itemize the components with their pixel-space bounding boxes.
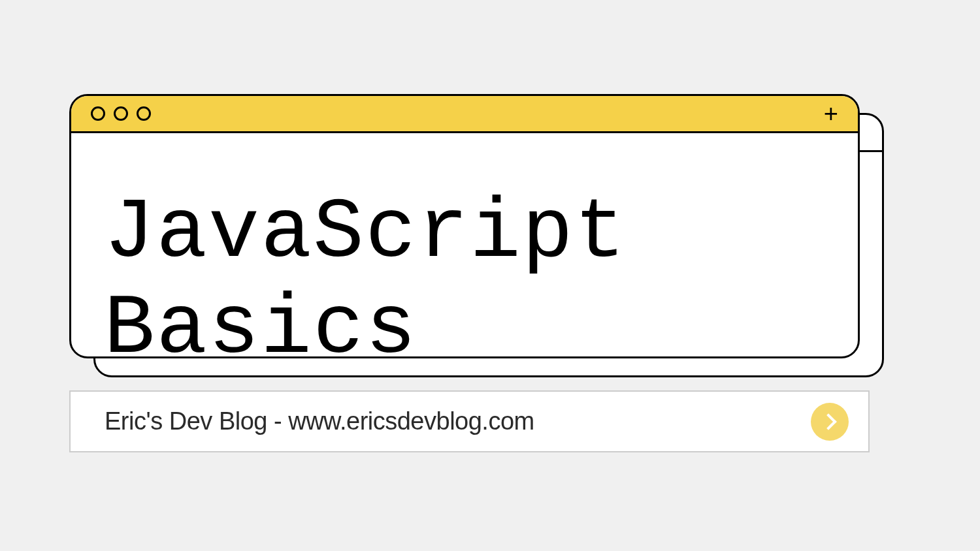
- go-button[interactable]: [811, 403, 849, 441]
- maximize-icon[interactable]: [137, 106, 151, 121]
- traffic-lights: [91, 106, 151, 121]
- page-title: JavaScript Basics: [104, 185, 825, 358]
- address-text: Eric's Dev Blog - www.ericsdevblog.com: [105, 407, 534, 435]
- browser-titlebar: +: [71, 96, 858, 133]
- chevron-right-icon: [820, 413, 836, 430]
- address-bar: Eric's Dev Blog - www.ericsdevblog.com: [69, 390, 870, 452]
- window-content: JavaScript Basics: [71, 133, 858, 358]
- plus-icon[interactable]: +: [824, 101, 838, 126]
- close-icon[interactable]: [91, 106, 105, 121]
- minimize-icon[interactable]: [114, 106, 128, 121]
- browser-window-front: + JavaScript Basics: [69, 94, 860, 358]
